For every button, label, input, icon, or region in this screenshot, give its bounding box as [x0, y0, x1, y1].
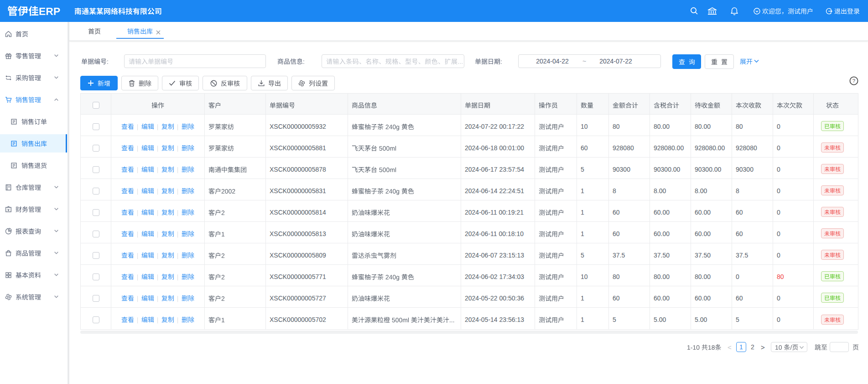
svg-text:?: ? — [852, 78, 855, 84]
